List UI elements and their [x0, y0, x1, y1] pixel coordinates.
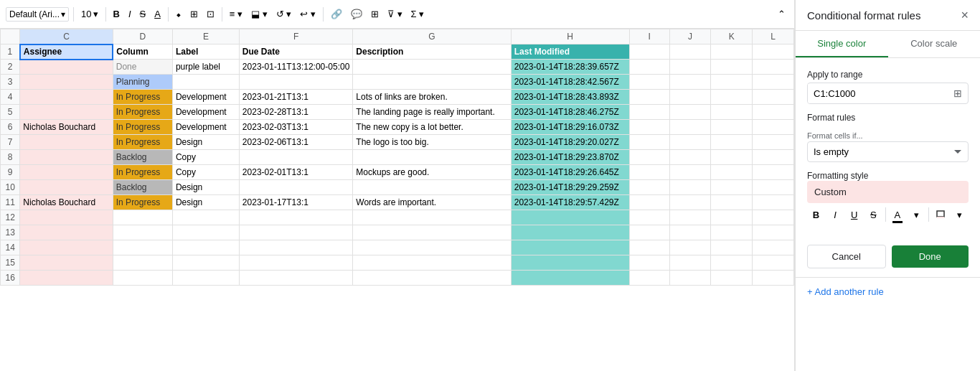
cell-k2[interactable] — [711, 60, 753, 75]
cell-i13[interactable] — [629, 225, 669, 240]
cell-f10[interactable] — [239, 180, 352, 195]
cell-e15[interactable] — [172, 255, 239, 271]
cell-h3[interactable]: 2023-01-14T18:28:42.567Z — [511, 75, 629, 90]
chart-button[interactable]: ⊞ — [368, 7, 382, 21]
cell-j11[interactable] — [669, 195, 710, 210]
cell-k12[interactable] — [711, 210, 753, 225]
cell-g13[interactable] — [353, 225, 511, 240]
cell-i4[interactable] — [629, 90, 669, 105]
strikethrough-button[interactable]: S — [137, 7, 149, 21]
cell-f11[interactable]: 2023-01-17T13:1 — [239, 195, 352, 210]
cell-f15[interactable] — [239, 255, 352, 271]
cell-f4[interactable]: 2023-01-21T13:1 — [239, 90, 352, 105]
col-header-k[interactable]: K — [711, 29, 753, 44]
style-underline-button[interactable]: U — [845, 205, 863, 225]
cell-h10[interactable]: 2023-01-14T18:29:29.259Z — [511, 180, 629, 195]
col-header-i[interactable]: I — [629, 29, 669, 44]
cell-h1[interactable]: Last Modified — [511, 44, 629, 60]
col-header-e[interactable]: E — [172, 29, 239, 44]
cell-d13[interactable] — [113, 225, 172, 240]
style-italic-button[interactable]: I — [826, 205, 844, 225]
cell-e16[interactable] — [172, 271, 239, 286]
cell-e10[interactable]: Design — [172, 180, 239, 195]
cell-j13[interactable] — [669, 225, 710, 240]
cell-l11[interactable] — [753, 195, 794, 210]
cell-g14[interactable] — [353, 240, 511, 255]
borders-button[interactable]: ⊞ — [187, 7, 201, 21]
cell-h12[interactable] — [511, 210, 629, 225]
cell-h5[interactable]: 2023-01-14T18:28:46.275Z — [511, 105, 629, 120]
tab-color-scale[interactable]: Color scale — [888, 31, 981, 57]
cell-e6[interactable]: Development — [172, 120, 239, 135]
cell-d16[interactable] — [113, 271, 172, 286]
cell-k13[interactable] — [711, 225, 753, 240]
cell-g8[interactable] — [353, 150, 511, 165]
col-header-h[interactable]: H — [511, 29, 629, 44]
cell-g12[interactable] — [353, 210, 511, 225]
cell-f5[interactable]: 2023-02-28T13:1 — [239, 105, 352, 120]
style-bold-button[interactable]: B — [807, 205, 825, 225]
close-button[interactable]: × — [961, 9, 969, 22]
cell-l4[interactable] — [753, 90, 794, 105]
cell-g7[interactable]: The logo is too big. — [353, 135, 511, 150]
col-header-f[interactable]: F — [239, 29, 352, 44]
cell-f6[interactable]: 2023-02-03T13:1 — [239, 120, 352, 135]
cell-h8[interactable]: 2023-01-14T18:29:23.870Z — [511, 150, 629, 165]
cell-l9[interactable] — [753, 165, 794, 180]
italic-button[interactable]: I — [126, 7, 134, 21]
cell-f13[interactable] — [239, 225, 352, 240]
cell-f7[interactable]: 2023-02-06T13:1 — [239, 135, 352, 150]
cell-e14[interactable] — [172, 240, 239, 255]
cell-f16[interactable] — [239, 271, 352, 286]
cell-h16[interactable] — [511, 271, 629, 286]
cell-c1[interactable]: Assignee — [20, 44, 113, 60]
cell-e7[interactable]: Design — [172, 135, 239, 150]
cell-i10[interactable] — [629, 180, 669, 195]
cell-d5[interactable]: In Progress — [113, 105, 172, 120]
col-header-l[interactable]: L — [753, 29, 794, 44]
cell-j5[interactable] — [669, 105, 710, 120]
cell-c14[interactable] — [20, 240, 113, 255]
cell-h15[interactable] — [511, 255, 629, 271]
cell-k9[interactable] — [711, 165, 753, 180]
cell-j3[interactable] — [669, 75, 710, 90]
cell-f2[interactable]: 2023-01-11T13:12:00-05:00 — [239, 60, 352, 75]
cell-i9[interactable] — [629, 165, 669, 180]
col-header-d[interactable]: D — [113, 29, 172, 44]
cell-d14[interactable] — [113, 240, 172, 255]
cell-g6[interactable]: The new copy is a lot better. — [353, 120, 511, 135]
cell-d10[interactable]: Backlog — [113, 180, 172, 195]
function-button[interactable]: Σ ▾ — [408, 7, 428, 21]
grid-container[interactable]: C D E F G H I J K L 1 Assignee Column — [0, 29, 794, 371]
col-header-g[interactable]: G — [353, 29, 511, 44]
cell-h2[interactable]: 2023-01-14T18:28:39.657Z — [511, 60, 629, 75]
cell-j15[interactable] — [669, 255, 710, 271]
cell-g16[interactable] — [353, 271, 511, 286]
cell-i2[interactable] — [629, 60, 669, 75]
cell-d6[interactable]: In Progress — [113, 120, 172, 135]
cell-k5[interactable] — [711, 105, 753, 120]
cell-j9[interactable] — [669, 165, 710, 180]
cell-i7[interactable] — [629, 135, 669, 150]
cell-d11[interactable]: In Progress — [113, 195, 172, 210]
cell-e12[interactable] — [172, 210, 239, 225]
cell-f3[interactable] — [239, 75, 352, 90]
underline-button[interactable]: A — [151, 7, 164, 21]
cell-f1[interactable]: Due Date — [239, 44, 352, 60]
cell-i14[interactable] — [629, 240, 669, 255]
cell-g11[interactable]: Words are important. — [353, 195, 511, 210]
cell-e9[interactable]: Copy — [172, 165, 239, 180]
cell-j7[interactable] — [669, 135, 710, 150]
cell-k11[interactable] — [711, 195, 753, 210]
cell-f8[interactable] — [239, 150, 352, 165]
cell-j6[interactable] — [669, 120, 710, 135]
cell-d15[interactable] — [113, 255, 172, 271]
cell-k15[interactable] — [711, 255, 753, 271]
cell-g4[interactable]: Lots of links are broken. — [353, 90, 511, 105]
cell-k16[interactable] — [711, 271, 753, 286]
cell-i16[interactable] — [629, 271, 669, 286]
cell-d9[interactable]: In Progress — [113, 165, 172, 180]
cell-d4[interactable]: In Progress — [113, 90, 172, 105]
cell-e13[interactable] — [172, 225, 239, 240]
cell-l6[interactable] — [753, 120, 794, 135]
